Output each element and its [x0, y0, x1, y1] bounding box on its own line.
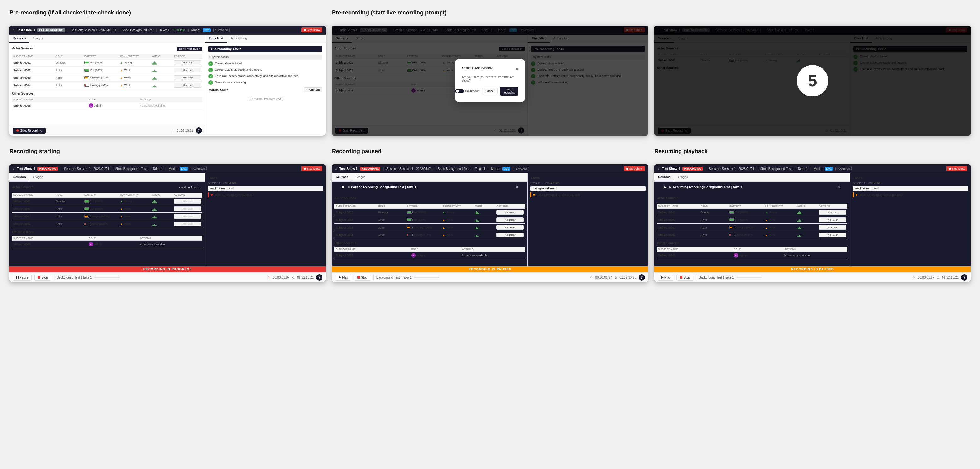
take-info-1: Take: 1 — [159, 29, 169, 32]
notif-close-5[interactable]: ✕ — [515, 185, 518, 189]
kick-btn-5-4[interactable]: Kick user — [496, 233, 524, 237]
kick-btn-6-4[interactable]: Kick user — [819, 233, 846, 237]
list-item: Subject 0005AAdminNo actions available. — [334, 252, 525, 259]
right-panel-5: Takes Session 1 - 2023/01/01 Background … — [528, 173, 648, 266]
help-btn-6[interactable]: ? — [961, 274, 967, 281]
countdown-toggle[interactable] — [455, 89, 464, 93]
actor-sources-title-1: Actor Sources — [12, 47, 33, 50]
table-row: Subject 0004ActorUnplugged (5%)WeakKick … — [657, 231, 848, 239]
table-row: Subject 0001 Director Full (100%) Strong — [12, 59, 202, 67]
take-item-5-1: Take 1 (Recording take is paused) — [530, 192, 646, 197]
stop-show-btn-4[interactable]: Stop show — [301, 166, 323, 171]
check-item-3: Each role, battery status, connectivity,… — [208, 74, 323, 78]
stop-icon-5 — [358, 276, 360, 279]
stop-btn-4[interactable]: Stop — [34, 274, 51, 281]
table-row: Subject 0001DirectorFull (100%)StrongKic… — [657, 209, 848, 216]
check-item-4: Notifications are working. — [208, 80, 323, 85]
help-btn-4[interactable]: ? — [316, 274, 323, 281]
top-left-title: Pre-recording (if all checked/pre-check … — [10, 10, 326, 16]
take-dot-6 — [856, 194, 858, 196]
start-recording-btn-1[interactable]: Start Recording — [13, 128, 46, 134]
kick-btn-4-2[interactable]: Kick user — [174, 206, 201, 211]
play-btn-6[interactable]: Play — [657, 274, 674, 281]
badge-rec-4: RECORDING — [38, 167, 58, 171]
paused-banner-5: ⏸ ⏸ Paused recording Background Test | T… — [337, 183, 522, 191]
show-name-1: Test Show 1 — [17, 29, 35, 32]
notify-btn-4[interactable]: Send notification — [177, 185, 203, 190]
kick-btn-5-2[interactable]: Kick user — [496, 217, 524, 222]
help-btn-1[interactable]: ? — [196, 127, 202, 134]
col-subject-1: SUBJECT NAME — [13, 55, 54, 58]
table-row: Subject 0002ActorFull (100%)WeakKick use… — [12, 205, 202, 213]
kick-btn-5-3[interactable]: Kick user — [496, 225, 524, 230]
modal-title: Start Live Show — [462, 65, 493, 70]
modal-close-btn[interactable]: × — [516, 67, 518, 72]
modal-cancel-btn[interactable]: Cancel — [482, 88, 498, 94]
tab-sources-1[interactable]: Sources — [10, 35, 29, 43]
play-btn-5[interactable]: Play — [335, 274, 352, 281]
badge-live-1: LIVE — [203, 29, 211, 32]
help-btn-5[interactable]: ? — [639, 274, 645, 281]
pause-btn-4[interactable]: Pause — [13, 274, 32, 281]
notify-btn-1[interactable]: Send notification — [177, 47, 203, 51]
pause-icon-4 — [16, 276, 19, 279]
progress-bar-5 — [414, 277, 439, 278]
stop-icon-1 — [304, 29, 306, 31]
stop-show-btn-1[interactable]: Stop show — [301, 27, 323, 32]
no-tasks-msg-1: ( No manual tasks created. ) — [208, 94, 323, 104]
stop-show-btn-5[interactable]: Stop show — [624, 166, 645, 171]
col-role-1: ROLE — [56, 55, 83, 58]
modal-actions: Countdown Cancel Start recording — [462, 87, 518, 96]
kick-btn-1-1[interactable]: Kick user — [174, 60, 201, 65]
screen-resuming-playback: ≡ Test Show 1 RECORDING | Session: Sessi… — [654, 164, 970, 282]
modal-overlay: Start Live Show × Are you sure you want … — [332, 26, 648, 136]
session-label-4: Session 1 - 2023/01/01 — [208, 182, 323, 185]
notif-close-6[interactable]: ✕ — [838, 185, 840, 189]
tab-stages-1[interactable]: Stages — [29, 35, 47, 43]
kick-btn-4-1[interactable]: Kick user — [174, 199, 201, 204]
kick-btn-4-3[interactable]: Kick user — [174, 214, 201, 219]
edit-take-1[interactable]: + Edit take — [172, 29, 186, 32]
app-body-5: SourcesStages ⏸ ⏸ Paused recording Backg… — [332, 173, 648, 266]
add-task-btn-1[interactable]: + Add task — [304, 87, 323, 93]
timer-area-5: ⊙ 00:00:01.97 ⊙ 01:32:10.21 — [590, 276, 636, 279]
take-dot-4 — [211, 194, 213, 196]
take-group-4: Background Test — [208, 186, 323, 191]
tab-checklist-1[interactable]: Checklist — [205, 35, 227, 43]
top-right-title — [654, 10, 970, 16]
manual-tasks-1: Manual tasks + Add task ( No manual task… — [208, 87, 323, 104]
kick-btn-5-1[interactable]: Kick user — [496, 210, 524, 215]
right-panel-6: Takes Session 1 - 2023/01/01 Background … — [850, 173, 970, 266]
table-row: Subject 0002ActorFull (100%)WeakKick use… — [334, 216, 525, 224]
app-footer-6: Play Stop Background Test | Take 1 ⊙ 00:… — [654, 272, 970, 282]
app-header-1: ≡ Test Show 1 PRE-RECORDING | Session: S… — [10, 26, 326, 35]
bottom-left-title: Recording starting — [10, 148, 326, 155]
kick-btn-1-2[interactable]: Kick user — [174, 68, 201, 72]
bottom-center-title: Recording paused — [332, 148, 648, 155]
take-item-4-1: Take 1 (Recording in progress) — [208, 192, 323, 197]
stop-btn-6[interactable]: Stop — [676, 274, 694, 281]
tab-activitylog-1[interactable]: Activity Log — [227, 35, 251, 43]
stop-show-btn-6[interactable]: Stop show — [946, 166, 967, 171]
kick-btn-1-3[interactable]: Kick user — [174, 75, 201, 80]
progress-bar-4 — [94, 277, 120, 278]
stop-btn-5[interactable]: Stop — [354, 274, 371, 281]
check-icon-3 — [208, 74, 213, 78]
app-body-1: Sources Stages Actor Sources Send notifi… — [10, 35, 326, 136]
kick-btn-4-4[interactable]: Kick user — [174, 222, 201, 226]
resume-indicator-6: ▶ — [664, 185, 667, 189]
col-conn-1: CONNECTIVITY — [120, 55, 151, 58]
kick-btn-6-3[interactable]: Kick user — [819, 225, 846, 230]
table-row: Subject 0003ActorCharging (100%)WeakKick… — [334, 224, 525, 231]
check-icon-4 — [208, 80, 213, 85]
col-battery-1: BATTERY — [84, 55, 119, 58]
list-item: Subject 0005 A Admin No actions availabl… — [12, 102, 202, 109]
table-row: Subject 0003ActorCharging (100%)WeakKick… — [657, 224, 848, 231]
take-dot-5 — [533, 194, 535, 196]
kick-btn-6-1[interactable]: Kick user — [819, 210, 846, 215]
kick-btn-6-2[interactable]: Kick user — [819, 217, 846, 222]
screen-recording-paused: ≡ Test Show 1 RECORDING | Session: Sessi… — [332, 164, 648, 282]
modal-start-recording-btn[interactable]: Start recording — [500, 87, 518, 96]
right-panel-1: Checklist Activity Log Pre-recording Tas… — [205, 35, 326, 136]
kick-btn-1-4[interactable]: Kick user — [174, 83, 201, 88]
